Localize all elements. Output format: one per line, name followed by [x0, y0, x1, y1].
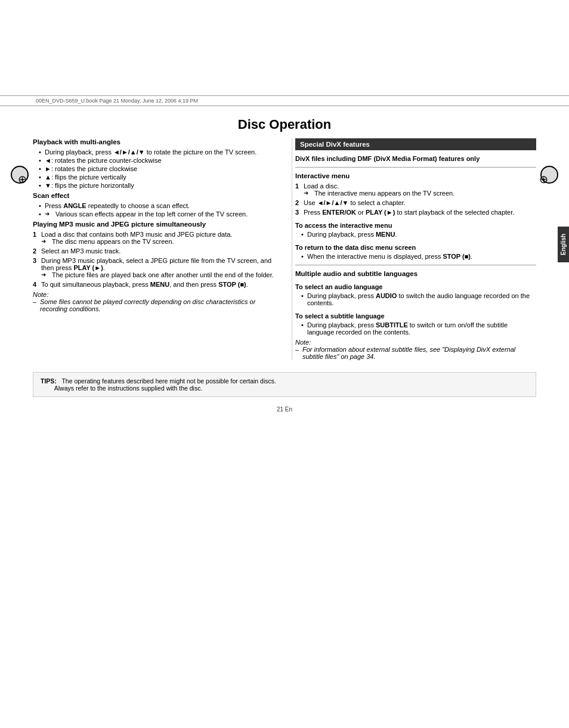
list-item: Load a disc. The interactive menu appear…	[295, 182, 536, 197]
list-item: ▼: flips the picture horizontally	[39, 182, 274, 189]
right-column: Special DivX features DivX files includi…	[292, 138, 536, 360]
divider	[295, 265, 536, 265]
tips-label: TIPS:	[41, 377, 57, 385]
tips-bar: TIPS: The operating features described h…	[33, 372, 536, 397]
subsection-heading-audio-lang: To select an audio language	[295, 283, 536, 290]
list-item: During playback, press SUBTITLE to switc…	[301, 321, 536, 336]
list-item: ►: rotates the picture clockwise	[39, 165, 274, 172]
audio-lang-list: During playback, press AUDIO to switch t…	[295, 292, 536, 306]
list-item: Press ENTER/OK or PLAY (►) to start play…	[295, 209, 536, 216]
list-item: ◄: rotates the picture counter-clockwise	[39, 157, 274, 164]
subsection-return-menu: To return to the data disc menu screen W…	[295, 244, 536, 260]
section-audio-subtitle: Multiple audio and subtitle languages To…	[295, 270, 536, 360]
special-divx-box: Special DivX features	[295, 138, 536, 150]
section-heading-audio: Multiple audio and subtitle languages	[295, 270, 536, 277]
divx-subtitle: DivX files including DMF (DivX Media For…	[295, 155, 536, 162]
list-item: During playback, press ◄/►/▲/▼ to rotate…	[39, 148, 274, 156]
subsection-subtitle-language: To select a subtitle language During pla…	[295, 312, 536, 336]
section-heading-multiangles: Playback with multi-angles	[33, 138, 274, 145]
note-section: Note: Some files cannot be played correc…	[33, 291, 274, 312]
divider	[295, 167, 536, 168]
section-mp3-jpeg: Playing MP3 music and JPEG picture simul…	[33, 221, 274, 312]
arrow-item: The interactive menu appears on the TV s…	[304, 190, 536, 197]
access-menu-list: During playback, press MENU.	[295, 231, 536, 238]
content-area: Playback with multi-angles During playba…	[0, 138, 569, 360]
subsection-heading-access: To access the interactive menu	[295, 222, 536, 229]
page-number: 21 En	[0, 406, 569, 419]
arrow-item: The picture files are played back one af…	[41, 271, 274, 278]
note-section-divx: Note: For information about external sub…	[295, 339, 536, 360]
subsection-access-menu: To access the interactive menu During pl…	[295, 222, 536, 238]
reg-mark-tr	[539, 173, 551, 185]
subsection-heading-return: To return to the data disc menu screen	[295, 244, 536, 251]
multiangles-list: During playback, press ◄/►/▲/▼ to rotate…	[33, 148, 274, 189]
subtitle-lang-list: During playback, press SUBTITLE to switc…	[295, 321, 536, 336]
list-item: To quit simultaneous playback, press MEN…	[33, 281, 274, 288]
subsection-audio-language: To select an audio language During playb…	[295, 283, 536, 306]
list-item: During MP3 music playback, select a JPEG…	[33, 257, 274, 278]
section-heading-scan: Scan effect	[33, 192, 274, 199]
list-item: Select an MP3 music track.	[33, 247, 274, 255]
reg-mark-tl	[18, 173, 30, 185]
note-item: For information about external subtitle …	[295, 346, 536, 360]
page-title: Disc Operation	[238, 117, 331, 132]
list-item: During playback, press MENU.	[301, 231, 536, 238]
arrow-item: The disc menu appears on the TV screen.	[41, 238, 274, 245]
list-item: Various scan effects appear in the top l…	[39, 210, 274, 218]
list-item: ▲: flips the picture vertically	[39, 174, 274, 181]
list-item: Load a disc that contains both MP3 music…	[33, 231, 274, 245]
list-item: Press ANGLE repeatedly to choose a scan …	[39, 202, 274, 209]
page-container: English 00EN_DVD-S659_U.book Page 21 Mon…	[0, 95, 569, 728]
arrow-item: Various scan effects appear in the top l…	[45, 210, 274, 218]
meta-bar: 00EN_DVD-S659_U.book Page 21 Monday, Jun…	[0, 95, 569, 106]
tips-text: The operating features described here mi…	[41, 377, 276, 392]
left-column: Playback with multi-angles During playba…	[33, 138, 280, 360]
section-scan-effect: Scan effect Press ANGLE repeatedly to ch…	[33, 192, 274, 218]
note-item: Some files cannot be played correctly de…	[33, 298, 274, 312]
section-playback-multiangles: Playback with multi-angles During playba…	[33, 138, 274, 189]
list-item: Use ◄/►/▲/▼ to select a chapter.	[295, 199, 536, 206]
section-interactive-menu: Interactive menu Load a disc. The intera…	[295, 172, 536, 260]
mp3-steps-list: Load a disc that contains both MP3 music…	[33, 231, 274, 288]
section-heading-interactive: Interactive menu	[295, 172, 536, 179]
list-item: When the interactive menu is displayed, …	[301, 253, 536, 260]
page-title-container: Disc Operation	[0, 106, 569, 138]
list-item: During playback, press AUDIO to switch t…	[301, 292, 536, 306]
return-menu-list: When the interactive menu is displayed, …	[295, 253, 536, 260]
subsection-heading-subtitle-lang: To select a subtitle language	[295, 312, 536, 320]
interactive-steps-list: Load a disc. The interactive menu appear…	[295, 182, 536, 216]
section-heading-mp3: Playing MP3 music and JPEG picture simul…	[33, 221, 274, 228]
scan-list: Press ANGLE repeatedly to choose a scan …	[33, 202, 274, 218]
english-sidebar: English	[558, 227, 569, 262]
